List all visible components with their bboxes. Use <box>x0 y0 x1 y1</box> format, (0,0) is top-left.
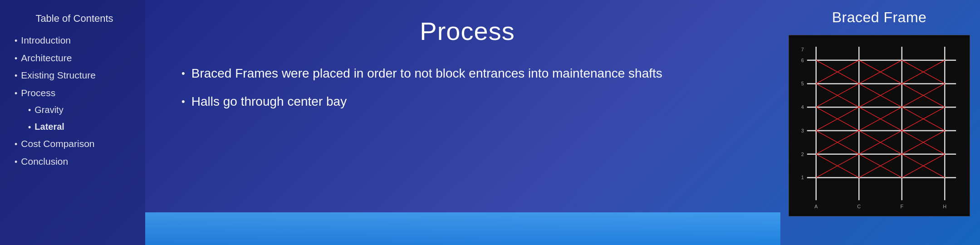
toc-item-introduction[interactable]: • Introduction <box>15 32 134 49</box>
toc-label: Lateral <box>34 120 64 134</box>
slide-container: Table of Contents • Introduction • Archi… <box>0 0 980 245</box>
svg-text:2: 2 <box>801 152 804 157</box>
toc-label: Introduction <box>21 33 71 48</box>
bullet-icon: • <box>15 88 17 100</box>
right-panel: Braced Frame <box>780 0 980 245</box>
bullet-icon: • <box>15 53 17 65</box>
toc-item-lateral[interactable]: • Lateral <box>15 118 134 135</box>
bullet-icon: • <box>15 138 17 151</box>
toc-item-existing-structure[interactable]: • Existing Structure <box>15 67 134 84</box>
svg-text:3: 3 <box>801 128 804 133</box>
svg-text:4: 4 <box>801 104 804 110</box>
bullet-icon: • <box>181 94 185 109</box>
toc-label: Process <box>21 86 55 101</box>
toc-item-architecture[interactable]: • Architecture <box>15 49 134 67</box>
toc-label: Existing Structure <box>21 68 96 83</box>
svg-text:7: 7 <box>801 47 804 52</box>
braced-frame-title: Braced Frame <box>832 9 927 26</box>
svg-text:C: C <box>857 204 861 209</box>
toc-label: Conclusion <box>21 154 68 169</box>
process-bullets-list: • Braced Frames were placed in order to … <box>181 64 753 111</box>
toc-title: Table of Contents <box>15 13 134 24</box>
bullet-icon: • <box>28 121 31 134</box>
toc-list: • Introduction • Architecture • Existing… <box>15 32 134 170</box>
svg-text:1: 1 <box>801 175 804 180</box>
toc-item-cost-comparison[interactable]: • Cost Comparison <box>15 135 134 153</box>
toc-label: Gravity <box>34 103 63 117</box>
process-bullet-text: Halls go through center bay <box>191 92 347 111</box>
braced-frame-svg: 1 2 3 4 5 6 7 A C F H <box>789 35 970 216</box>
bullet-icon: • <box>181 66 185 81</box>
toc-item-gravity[interactable]: • Gravity <box>15 102 134 118</box>
blue-bottom-bar <box>145 212 780 245</box>
braced-frame-image: 1 2 3 4 5 6 7 A C F H <box>789 35 970 216</box>
svg-text:F: F <box>900 204 903 209</box>
toc-label: Cost Comparison <box>21 137 94 152</box>
bullet-icon: • <box>15 35 17 48</box>
bullet-icon: • <box>15 156 17 169</box>
svg-text:6: 6 <box>801 58 804 63</box>
process-bullet-2: • Halls go through center bay <box>181 92 753 111</box>
svg-text:H: H <box>943 204 946 209</box>
process-title: Process <box>181 16 753 46</box>
process-bullet-text: Braced Frames were placed in order to no… <box>191 64 662 83</box>
toc-label: Architecture <box>21 51 72 66</box>
toc-item-conclusion[interactable]: • Conclusion <box>15 153 134 171</box>
toc-item-process[interactable]: • Process <box>15 84 134 102</box>
svg-text:A: A <box>814 204 818 209</box>
center-panel: Process • Braced Frames were placed in o… <box>145 0 780 245</box>
left-panel: Table of Contents • Introduction • Archi… <box>0 0 145 245</box>
bullet-icon: • <box>15 70 17 83</box>
svg-text:5: 5 <box>801 81 804 86</box>
bullet-icon: • <box>28 104 31 117</box>
process-bullet-1: • Braced Frames were placed in order to … <box>181 64 753 83</box>
